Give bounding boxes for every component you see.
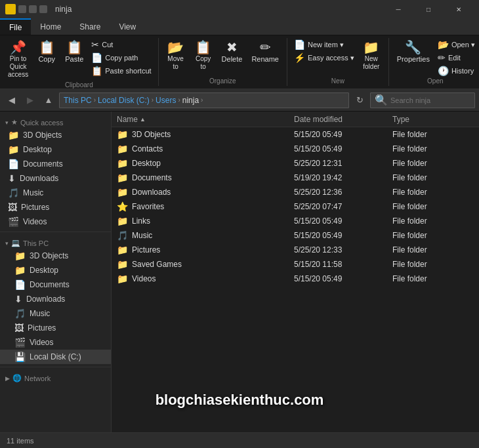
up-button[interactable]: ▲ xyxy=(41,92,56,108)
pin-icon: 📌 xyxy=(10,41,26,54)
tab-file[interactable]: File xyxy=(0,18,31,35)
file-type-3: File folder xyxy=(392,173,474,182)
delete-button[interactable]: ✖ Delete xyxy=(218,38,247,66)
breadcrumb-localdisk[interactable]: Local Disk (C:) xyxy=(98,96,150,105)
sidebar-label: Music xyxy=(30,309,50,318)
clipboard-buttons: 📌 Pin to Quickaccess 📋 Copy 📋 Paste ✂ Cu… xyxy=(4,38,154,81)
sidebar-item-music[interactable]: 🎵 Music xyxy=(0,306,111,321)
sidebar-section-thispc[interactable]: ▾ 💻 This PC xyxy=(0,235,111,249)
sidebar-label: Videos xyxy=(30,338,53,347)
sidebar-item-downloads[interactable]: ⬇ Downloads xyxy=(0,292,111,306)
copy-to-button[interactable]: 📋 Copyto xyxy=(190,38,217,73)
back-button[interactable]: ◀ xyxy=(4,92,20,108)
forward-button[interactable]: ▶ xyxy=(22,92,38,108)
file-row-8[interactable]: 📁Pictures 5/25/20 12:33 File folder xyxy=(112,243,479,257)
address-bar[interactable]: This PC › Local Disk (C:) › Users › ninj… xyxy=(59,92,349,108)
easy-access-label: Easy access ▾ xyxy=(308,54,354,62)
sidebar-item-music-qa[interactable]: 🎵 Music xyxy=(0,186,111,200)
sidebar-item-3dobjects[interactable]: 📁 3D Objects xyxy=(0,249,111,263)
downloads-icon: ⬇ xyxy=(8,173,16,184)
easy-access-button[interactable]: ⚡ Easy access ▾ xyxy=(291,51,357,64)
file-date-1: 5/15/20 05:49 xyxy=(294,144,392,153)
file-date-10: 5/15/20 05:49 xyxy=(294,274,392,283)
file-row-5[interactable]: ⭐Favorites 5/25/20 07:47 File folder xyxy=(112,199,479,214)
file-row-1[interactable]: 📁Contacts 5/15/20 05:49 File folder xyxy=(112,142,479,156)
properties-button[interactable]: 🔧 Properties xyxy=(393,38,434,66)
minimize-button[interactable]: ─ xyxy=(383,0,413,18)
close-button[interactable]: ✕ xyxy=(444,0,474,18)
copy-path-icon: 📄 xyxy=(91,52,102,63)
new-item-button[interactable]: 📄 New item ▾ xyxy=(291,38,357,51)
window-controls[interactable]: ─ □ ✕ xyxy=(383,0,474,18)
sidebar-label: Music xyxy=(23,188,43,197)
new-item-icon: 📄 xyxy=(294,39,305,50)
status-bar: 11 items xyxy=(0,432,479,448)
open-button[interactable]: 📂 Open ▾ xyxy=(435,38,478,51)
sidebar-item-videos[interactable]: 🎬 Videos xyxy=(0,335,111,350)
file-row-0[interactable]: 📁3D Objects 5/15/20 05:49 File folder xyxy=(112,127,479,142)
copy-button[interactable]: 📋 Copy xyxy=(33,38,60,66)
sidebar-item-documents-qa[interactable]: 📄 Documents xyxy=(0,157,111,171)
title-icon-2 xyxy=(18,5,26,13)
pin-to-quick-access-button[interactable]: 📌 Pin to Quickaccess xyxy=(4,38,32,81)
copy-to-label: Copyto xyxy=(196,55,211,71)
tab-view[interactable]: View xyxy=(110,18,145,35)
move-icon: 📂 xyxy=(167,41,184,54)
sidebar-item-documents[interactable]: 📄 Documents xyxy=(0,277,111,292)
new-buttons: 📄 New item ▾ ⚡ Easy access ▾ 📁 Newfolder xyxy=(291,38,385,77)
breadcrumb-users[interactable]: Users xyxy=(156,96,176,105)
ribbon-open-group: 🔧 Properties 📂 Open ▾ ✏ Edit 🕐 History O… xyxy=(389,38,479,86)
file-date-8: 5/25/20 12:33 xyxy=(294,245,392,255)
search-box[interactable]: 🔍 xyxy=(370,92,475,108)
file-row-10[interactable]: 📁Videos 5/15/20 05:49 File folder xyxy=(112,272,479,286)
quickaccess-icon: ★ xyxy=(11,118,18,127)
search-input[interactable] xyxy=(390,96,470,104)
sidebar-item-pictures-qa[interactable]: 🖼 Pictures xyxy=(0,200,111,214)
sidebar-item-3dobjects-qa[interactable]: 📁 3D Objects xyxy=(0,128,111,142)
paste-button[interactable]: 📋 Paste xyxy=(61,38,87,66)
col-header-name[interactable]: Name ▲ xyxy=(117,115,294,124)
breadcrumb-thispc[interactable]: This PC xyxy=(64,96,92,105)
col-header-type[interactable]: Type xyxy=(392,115,474,124)
file-row-7[interactable]: 🎵Music 5/15/20 05:49 File folder xyxy=(112,228,479,243)
clipboard-stacked: ✂ Cut 📄 Copy path 📋 Paste shortcut xyxy=(89,38,154,77)
videos-icon: 🎬 xyxy=(8,216,19,227)
rename-button[interactable]: ✏ Rename xyxy=(247,38,283,66)
file-row-3[interactable]: 📁Documents 5/19/20 19:42 File folder xyxy=(112,171,479,185)
sidebar-item-localdisk[interactable]: 💾 Local Disk (C:) xyxy=(0,350,111,364)
edit-button[interactable]: ✏ Edit xyxy=(435,51,478,64)
new-folder-icon: 📁 xyxy=(363,41,379,54)
sidebar-item-desktop-qa[interactable]: 📁 Desktop xyxy=(0,142,111,157)
sidebar-item-downloads-qa[interactable]: ⬇ Downloads xyxy=(0,171,111,186)
file-date-3: 5/19/20 19:42 xyxy=(294,173,392,182)
copy-path-button[interactable]: 📄 Copy path xyxy=(89,51,154,64)
history-button[interactable]: 🕐 History xyxy=(435,64,478,77)
breadcrumb-ninja[interactable]: ninja xyxy=(182,96,199,105)
sidebar-section-network[interactable]: ▶ 🌐 Network xyxy=(0,370,111,384)
file-row-9[interactable]: 📁Saved Games 5/15/20 11:58 File folder xyxy=(112,257,479,272)
disk-icon: 💾 xyxy=(14,352,26,362)
new-folder-button[interactable]: 📁 Newfolder xyxy=(358,38,385,73)
cut-button[interactable]: ✂ Cut xyxy=(89,38,154,51)
downloads-icon: ⬇ xyxy=(14,294,22,304)
pictures-icon: 🖼 xyxy=(8,202,17,213)
delete-label: Delete xyxy=(222,55,243,63)
move-to-button[interactable]: 📂 Moveto xyxy=(163,38,189,73)
sidebar-section-quickaccess[interactable]: ▾ ★ Quick access xyxy=(0,114,111,128)
refresh-button[interactable]: ↻ xyxy=(352,92,367,108)
col-header-date[interactable]: Date modified xyxy=(294,115,392,124)
tab-home[interactable]: Home xyxy=(31,18,70,35)
file-row-2[interactable]: 📁Desktop 5/25/20 12:31 File folder xyxy=(112,156,479,171)
address-bar-area: ◀ ▶ ▲ This PC › Local Disk (C:) › Users … xyxy=(0,89,479,112)
file-icon-0: 📁 xyxy=(117,129,128,140)
copy-to-icon: 📋 xyxy=(195,41,211,54)
file-row-4[interactable]: 📁Downloads 5/25/20 12:36 File folder xyxy=(112,185,479,199)
tab-share[interactable]: Share xyxy=(70,18,110,35)
sidebar-item-desktop[interactable]: 📁 Desktop xyxy=(0,263,111,277)
sidebar-item-pictures[interactable]: 🖼 Pictures xyxy=(0,321,111,335)
file-row-6[interactable]: 📁Links 5/15/20 05:49 File folder xyxy=(112,214,479,228)
ribbon-new-group: 📄 New item ▾ ⚡ Easy access ▾ 📁 Newfolder… xyxy=(287,38,389,86)
maximize-button[interactable]: □ xyxy=(413,0,444,18)
paste-shortcut-button[interactable]: 📋 Paste shortcut xyxy=(89,64,154,77)
sidebar-item-videos-qa[interactable]: 🎬 Videos xyxy=(0,214,111,229)
